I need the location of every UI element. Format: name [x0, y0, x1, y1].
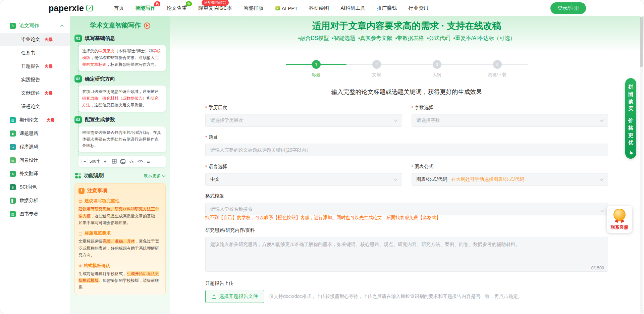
app-window: paperxie 首页 智能写作 热 论文查重 免 适配知网/维普 降重复|AI… — [0, 0, 644, 314]
chart-formula-select[interactable]: 图表/公式/代码 在大纲处可手动选择图表/公式/代码 — [412, 173, 608, 186]
step-title[interactable]: 1 标题 — [286, 60, 346, 78]
nav-label: 论文查重 — [167, 5, 187, 11]
cnki-compat-badge: 适配知网/维普 — [202, 0, 229, 6]
guide-step-body: 根据需要选择是否包含图片/公式/代码，在具体要求需要在大纲处的右侧进行选择操作点… — [78, 126, 166, 152]
sidebar-item-book-monograph[interactable]: 图书专著 — [0, 207, 70, 221]
sidebar-item-label: 数据分析 — [19, 198, 38, 204]
top-navbar: paperxie 首页 智能写作 热 论文查重 免 适配知网/维普 降重复|AI… — [0, 0, 644, 16]
nav-item-promotion[interactable]: 推广赚钱 — [377, 5, 397, 11]
step-literature[interactable]: 2 文献 — [346, 60, 407, 78]
features-row: 功能说明 展示更多 — [75, 172, 165, 179]
hot-tag: 火爆 — [45, 64, 53, 69]
brand-name: paperxie — [49, 3, 84, 13]
notice-card: ! 注意事项 建议填写项完整性 建议填写研究思路、研究材料和研究方法三个输入框，… — [74, 183, 166, 295]
edu-level-select[interactable]: 请选择学历层次 — [205, 114, 402, 127]
plus-icon[interactable] — [102, 158, 108, 165]
chevron-up-icon — [60, 24, 64, 28]
show-more-label: 展示更多 — [144, 173, 161, 179]
proposal-upload-label: 开题报告上传 — [205, 280, 608, 286]
sidebar-item-label: 任务书 — [21, 50, 35, 56]
group-buy-banner[interactable]: 拼团购买 价格更优 — [625, 78, 636, 159]
book-icon — [10, 211, 16, 217]
brand-logo[interactable]: paperxie — [49, 3, 93, 13]
research-idea-label: 研究思路/研究内容/资料 — [205, 227, 608, 233]
main-nav: 首页 智能写作 热 论文查重 免 适配知网/维普 降重复|AIGC率 智能排版 — [114, 5, 428, 11]
step-outline[interactable]: 3 大纲 — [407, 60, 467, 78]
guide-step-2: 02 确定研究方向 在项目选择中明确您的研究领域，详细描述研究思路、研究材料（或… — [74, 75, 166, 111]
chevron-down-icon — [600, 177, 603, 180]
research-idea-textarea[interactable] — [205, 237, 608, 272]
sidebar-item-foreign-translation[interactable]: 外文翻译 — [0, 167, 70, 180]
nav-label: 科研绘图 — [309, 5, 329, 11]
scrollbar-track[interactable] — [640, 16, 643, 313]
school-search-input[interactable] — [205, 203, 608, 215]
select-placeholder: 请选择字数 — [417, 117, 440, 123]
list-icon[interactable] — [147, 159, 150, 164]
formula-icon[interactable] — [129, 159, 134, 164]
step-preview-download[interactable]: 4 浏览/下载 — [467, 60, 528, 78]
sidebar-item-course-paper[interactable]: 课程论文 — [0, 100, 70, 113]
word-count-stepper[interactable]: 500字 — [82, 158, 108, 165]
guide-step-1: 01 填写基础信息 选择您的学历层次（本科/硕士/博士）和学校模版，确保格式规范… — [74, 35, 166, 71]
nav-item-smart-typeset[interactable]: 智能排版 — [244, 5, 264, 11]
chart-inline-hint: 在大纲处可手动选择图表/公式/代码 — [451, 176, 524, 182]
word-count-select[interactable]: 请选择字数 — [412, 114, 608, 127]
sidebar-item-practice-report[interactable]: 实践报告 — [0, 73, 70, 87]
nav-item-ai-ppt[interactable]: AI PPT — [275, 5, 298, 11]
code-icon[interactable] — [138, 159, 143, 164]
step-dot: 2 — [372, 60, 381, 69]
show-more-button[interactable]: 展示更多 — [144, 173, 165, 179]
nav-item-plagiarism-check[interactable]: 论文查重 免 — [167, 5, 187, 11]
journal-icon — [10, 117, 16, 123]
sidebar-item-source-code[interactable]: 程序源码 — [0, 140, 70, 154]
sidebar-item-graduation-thesis[interactable]: 毕业论文 火爆 — [0, 33, 70, 46]
nav-label: 智能写作 — [135, 5, 155, 11]
step-number-badge: 02 — [74, 75, 82, 83]
sidebar-item-sci-polish[interactable]: SCI润色 — [0, 180, 70, 194]
sidebar-item-task-book[interactable]: 任务书 — [0, 46, 70, 60]
hot-tag: 火爆 — [47, 117, 55, 123]
nav-item-smart-writing[interactable]: 智能写作 热 — [135, 5, 155, 11]
sidebar-item-journal-paper[interactable]: 期刊论文 火爆 — [0, 113, 70, 127]
sidebar-item-questionnaire-design[interactable]: 问卷设计 — [0, 154, 70, 167]
document-icon — [78, 231, 83, 236]
sidebar-item-label: 外文翻译 — [19, 171, 38, 177]
nav-item-home[interactable]: 首页 — [114, 5, 124, 11]
table-icon[interactable] — [112, 159, 117, 164]
sidebar-item-topic-ideas[interactable]: 课题思路 — [0, 127, 70, 140]
notice-item-1: 建议填写项完整性 建议填写研究思路、研究材料和研究方法三个输入框，这些信息是生成… — [78, 198, 162, 226]
login-register-button[interactable]: 登录/注册 — [550, 2, 586, 14]
step-dot: 1 — [312, 60, 321, 69]
main-content: 适用对于文章内容要求高的需求 · 支持在线改稿 •融合DS模型 •智能选题 •真… — [170, 16, 644, 314]
scrollbar-thumb[interactable] — [640, 17, 643, 67]
prompt-text: 输入完整的论文标题或选题关键词，获得更好的生成效果 — [170, 88, 644, 96]
contact-service-float[interactable]: 联系客服 — [607, 206, 632, 233]
image-icon[interactable] — [120, 159, 125, 164]
sidebar-item-proposal-report[interactable]: 开题报告 火爆 — [0, 60, 70, 73]
book-icon — [78, 199, 83, 204]
notice-item-title: 格式模板确认 — [84, 263, 110, 269]
sidebar-item-data-analysis[interactable]: 数据分析 — [0, 194, 70, 207]
hot-badge: 热 — [154, 1, 160, 6]
sidebar-group-paper-writing[interactable]: 论文写作 — [0, 18, 70, 33]
language-select[interactable]: 中文 — [205, 173, 402, 186]
play-video-icon[interactable] — [144, 22, 150, 29]
minus-icon[interactable] — [82, 158, 88, 165]
sidebar-item-label: 课题思路 — [19, 130, 38, 137]
nav-label: 智能排版 — [244, 5, 264, 11]
nav-item-ai-research-tools[interactable]: AI科研工具 — [340, 5, 365, 11]
nav-label: 降重复|AIGC率 — [198, 5, 232, 11]
nav-item-research-drawing[interactable]: 科研绘图 — [309, 5, 329, 11]
step-number-badge: 03 — [74, 116, 82, 123]
sidebar-item-literature-review[interactable]: 文献综述 火爆 — [0, 87, 70, 100]
upload-proposal-button[interactable]: 选择开题报告文件 — [205, 290, 264, 303]
contact-service-label: 联系客服 — [609, 224, 630, 230]
nav-item-reduce-aigc[interactable]: 适配知网/维普 降重复|AIGC率 — [198, 5, 232, 11]
word-count-value: 500字 — [88, 158, 102, 165]
title-input[interactable] — [205, 144, 608, 156]
format-template-label: 格式模版 — [205, 193, 608, 199]
sidebar-item-label: 文献综述 — [21, 90, 40, 96]
nav-item-industry-news[interactable]: 行业资讯 — [409, 5, 429, 11]
notice-item-title: 标题规范要求 — [85, 230, 111, 236]
guide-steps: 01 填写基础信息 选择您的学历层次（本科/硕士/博士）和学校模版，确保格式规范… — [74, 35, 166, 167]
